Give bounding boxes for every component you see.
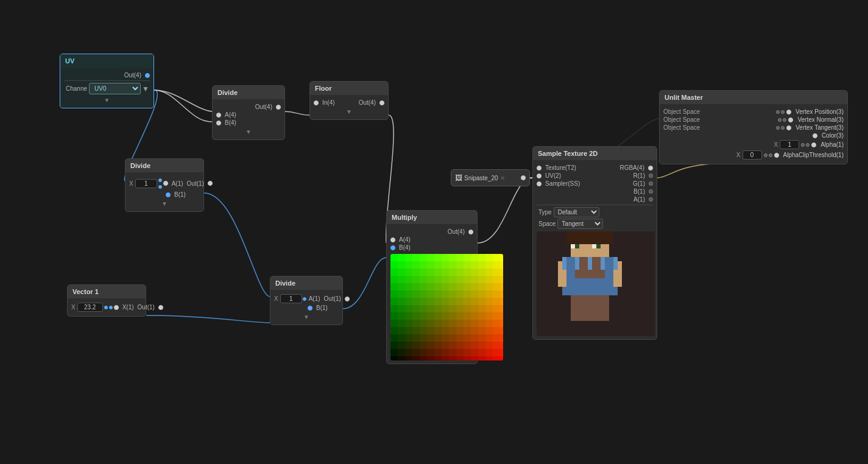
unlit-r4-in-port[interactable] bbox=[813, 133, 817, 138]
divide-bot-x-row: X A(1) Out(1) bbox=[274, 294, 339, 303]
divide-mid-x-input[interactable] bbox=[135, 179, 157, 188]
unlit-row3-left: Object Space bbox=[663, 124, 774, 131]
multiply-b-row: B(4) bbox=[390, 244, 473, 251]
snipaste-out-port[interactable] bbox=[521, 175, 526, 180]
unlit-row4-right: Color(3) bbox=[819, 132, 844, 139]
divide-mid-chevron[interactable]: ▼ bbox=[129, 199, 200, 208]
unlit-r5-x-label: X bbox=[774, 141, 780, 148]
divide-top-b-port[interactable] bbox=[216, 121, 221, 125]
unlit-row-3: Object Space Vertex Tangent(3) bbox=[663, 124, 844, 131]
v1-dot2 bbox=[109, 306, 113, 309]
sample-g-port[interactable] bbox=[649, 181, 653, 186]
sample-sampler-row: Sampler(SS) G(1) bbox=[537, 180, 653, 187]
sample-rgba-port[interactable] bbox=[648, 166, 653, 170]
divide-top-chevron[interactable]: ▼ bbox=[216, 127, 281, 136]
sample-sampler-port[interactable] bbox=[537, 181, 542, 186]
floor-out-port[interactable] bbox=[379, 100, 384, 105]
node-uv-title: UV bbox=[65, 57, 74, 65]
node-divide-bot-header: Divide bbox=[270, 276, 342, 290]
divide-mid-a-label: A(1) bbox=[170, 180, 185, 187]
divide-bot-a-label: A(1) bbox=[307, 295, 322, 302]
divide-mid-a-port[interactable] bbox=[163, 181, 168, 186]
unlit-r2-in-port[interactable] bbox=[788, 118, 793, 122]
uv-out-port[interactable] bbox=[145, 73, 150, 78]
floor-ports-row: In(4) Out(4) bbox=[314, 99, 384, 106]
node-divide-mid-title: Divide bbox=[130, 162, 150, 169]
divide-bot-x-input[interactable] bbox=[280, 294, 302, 303]
multiply-out-port[interactable] bbox=[468, 230, 473, 234]
unlit-row-6: X AlphaClipThreshold(1) bbox=[663, 150, 844, 160]
multiply-a-port[interactable] bbox=[390, 237, 395, 242]
node-sample-title: Sample Texture 2D bbox=[538, 150, 598, 157]
divide-mid-out-port[interactable] bbox=[208, 181, 213, 186]
unlit-r3-in-port[interactable] bbox=[786, 125, 791, 130]
divide-bot-b-row: B(1) bbox=[274, 304, 339, 311]
multiply-a-row: A(4) bbox=[390, 236, 473, 243]
divide-mid-x-row: X A(1) Out(1) bbox=[129, 177, 200, 190]
sample-space-label: Space bbox=[537, 220, 557, 227]
floor-chevron[interactable]: ▼ bbox=[314, 107, 384, 116]
floor-in-port[interactable] bbox=[314, 100, 319, 105]
node-unlit-title: Unlit Master bbox=[665, 94, 703, 101]
divide-bot-x-label: X bbox=[274, 295, 280, 302]
uv-expand-chevron[interactable]: ▼ bbox=[64, 96, 150, 105]
unlit-row-5: X Alpha(1) bbox=[663, 140, 844, 149]
uv-channel-select[interactable]: UV0 UV1 bbox=[89, 83, 141, 94]
snipaste-close[interactable]: ✕ bbox=[500, 175, 505, 181]
unlit-r5-x-input[interactable] bbox=[780, 140, 799, 149]
divide-top-a-port[interactable] bbox=[216, 113, 221, 118]
divide-bot-b-port[interactable] bbox=[308, 306, 312, 311]
node-divide-mid-header: Divide bbox=[125, 159, 203, 172]
sample-type-row: Type Default bbox=[537, 207, 653, 217]
vector1-x-port[interactable] bbox=[114, 305, 119, 310]
divide-top-out-row: Out(4) bbox=[216, 104, 281, 110]
sample-uv-port[interactable] bbox=[537, 174, 542, 178]
divide-top-out-port[interactable] bbox=[276, 105, 281, 110]
node-floor-header: Floor bbox=[310, 82, 388, 95]
node-unlit-master: Unlit Master Object Space Vertex Positio… bbox=[659, 90, 848, 164]
divide-bot-chevron[interactable]: ▼ bbox=[274, 312, 339, 322]
unlit-r5-in-port[interactable] bbox=[811, 142, 816, 147]
sample-texture-port[interactable] bbox=[537, 166, 542, 170]
sample-a-port[interactable] bbox=[649, 197, 653, 202]
divide-mid-b-port[interactable] bbox=[166, 192, 171, 197]
unlit-r6-dot1 bbox=[764, 153, 767, 157]
divide-top-b-label: B(4) bbox=[223, 119, 238, 126]
sample-space-select[interactable]: Tangent bbox=[557, 219, 603, 229]
vector1-out-port[interactable] bbox=[158, 305, 163, 310]
node-vector1-header: Vector 1 bbox=[68, 285, 146, 298]
divide-mid-x-label: X bbox=[129, 180, 135, 187]
unlit-r1-in-port[interactable] bbox=[786, 110, 791, 114]
sample-b-label: B(1) bbox=[632, 188, 647, 195]
node-vector1-title: Vector 1 bbox=[72, 288, 99, 295]
sample-r-port[interactable] bbox=[649, 174, 653, 178]
node-snipaste: 🖼 Snipaste_20 ✕ bbox=[451, 169, 530, 186]
sample-b-port[interactable] bbox=[649, 189, 653, 194]
vector1-x-row: X X(1) Out(1) bbox=[71, 303, 142, 312]
unlit-r1-dot1 bbox=[776, 110, 780, 114]
unlit-row2-dots bbox=[778, 118, 786, 122]
unlit-r6-in-port[interactable] bbox=[774, 153, 779, 158]
sample-type-label: Type bbox=[537, 209, 554, 216]
sample-a-label: A(1) bbox=[632, 196, 647, 203]
node-sample-header: Sample Texture 2D bbox=[533, 147, 657, 160]
uv-out-row: Out(4) bbox=[64, 72, 150, 79]
sample-type-select[interactable]: Default bbox=[554, 207, 599, 217]
divide-bot-out-port[interactable] bbox=[345, 297, 350, 301]
sample-uv-label: UV(2) bbox=[543, 172, 563, 179]
pixel-canvas bbox=[537, 231, 655, 336]
sample-rgba-row: Texture(T2) RGBA(4) bbox=[537, 164, 653, 171]
node-divide-top-title: Divide bbox=[217, 89, 238, 96]
divide-top-a-row: A(4) bbox=[216, 111, 281, 118]
multiply-out-label: Out(4) bbox=[446, 228, 467, 235]
vector1-x-input[interactable] bbox=[77, 303, 103, 312]
sample-space-row: Space Tangent bbox=[537, 219, 653, 229]
unlit-r1-dot2 bbox=[781, 110, 785, 114]
node-divide-mid: Divide X A(1) Out(1) B(1) bbox=[125, 158, 204, 212]
v1-dot1 bbox=[104, 306, 108, 309]
vector1-out-label: Out(1) bbox=[136, 304, 157, 311]
unlit-r3-dot1 bbox=[776, 126, 780, 130]
unlit-row2-left: Object Space bbox=[663, 116, 776, 123]
unlit-r6-x-input[interactable] bbox=[743, 150, 762, 160]
multiply-b-port[interactable] bbox=[390, 245, 395, 250]
